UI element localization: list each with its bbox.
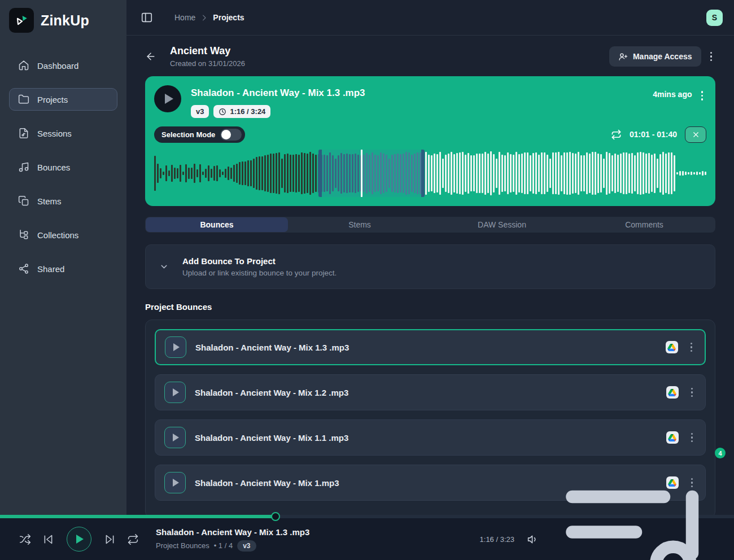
music-note-icon — [18, 161, 29, 173]
play-icon — [173, 479, 179, 487]
breadcrumb-home[interactable]: Home — [174, 13, 195, 22]
google-drive-icon[interactable] — [666, 341, 678, 353]
add-bounce-title: Add Bounce To Project — [182, 256, 337, 266]
row-menu-kebab-icon[interactable] — [687, 339, 696, 356]
row-play-button[interactable] — [165, 336, 186, 358]
selection-handle-right[interactable] — [421, 150, 425, 197]
bottom-player-bar: Shaladon - Ancient Way - Mix 1.3 .mp3 Pr… — [0, 515, 734, 560]
play-icon — [165, 94, 173, 104]
now-playing-context: Project Bounces — [156, 541, 209, 550]
row-play-button[interactable] — [164, 382, 186, 403]
sidebar-item-label: Collections — [37, 230, 78, 240]
row-menu-kebab-icon[interactable] — [688, 430, 697, 446]
duration-badge: 1:16 / 3:24 — [213, 105, 270, 118]
card-menu-kebab-icon[interactable] — [698, 88, 707, 104]
repeat-icon[interactable] — [127, 533, 139, 545]
selection-range-label: 01:01 - 01:40 — [630, 130, 677, 139]
page-title: Ancient Way — [170, 45, 245, 57]
close-icon — [692, 130, 700, 139]
bounce-row-1[interactable]: Shaladon - Ancient Way - Mix 1.3 .mp3 — [155, 329, 706, 365]
stems-copy-icon — [18, 195, 29, 207]
queue-position: • 1 / 4 — [214, 541, 233, 550]
loop-icon[interactable] — [611, 129, 622, 140]
card-play-button[interactable] — [154, 85, 181, 112]
sidebar-item-collections[interactable]: Collections — [9, 224, 117, 246]
sidebar-nav: Dashboard Projects Sessions Bounces Stem… — [9, 54, 117, 280]
selection-mode-toggle[interactable]: Selection Mode — [154, 126, 245, 143]
next-track-icon[interactable] — [104, 533, 116, 545]
tab-stems[interactable]: Stems — [289, 217, 431, 233]
playhead[interactable] — [361, 150, 362, 197]
queue-button[interactable]: 4 — [551, 454, 720, 560]
sidebar-item-label: Stems — [37, 196, 62, 206]
chevron-down-icon[interactable] — [159, 262, 169, 272]
bounce-row-3[interactable]: Shaladon - Ancient Way - Mix 1.1 .mp3 — [155, 419, 706, 456]
breadcrumb-current: Projects — [213, 13, 244, 22]
sidebar-item-shared[interactable]: Shared — [9, 257, 117, 280]
user-plus-icon — [618, 52, 628, 62]
project-title-block: Ancient Way Created on 31/01/2026 — [170, 45, 245, 68]
row-menu-kebab-icon[interactable] — [688, 384, 697, 401]
folder-icon — [18, 94, 29, 105]
row-play-button[interactable] — [164, 427, 186, 448]
home-icon — [18, 60, 29, 71]
add-bounce-text: Add Bounce To Project Upload or link exi… — [182, 256, 337, 277]
project-bounces-heading: Project Bounces — [145, 302, 715, 312]
clear-selection-button[interactable] — [685, 126, 706, 143]
tab-bounces[interactable]: Bounces — [146, 217, 288, 232]
sidebar-item-sessions[interactable]: Sessions — [9, 122, 117, 145]
waveform-selection[interactable] — [318, 150, 425, 197]
add-bounce-subtitle: Upload or link existing bounce to your p… — [182, 269, 337, 277]
toggle-knob — [221, 130, 231, 139]
toggle-switch[interactable] — [220, 129, 242, 141]
bounce-row-2[interactable]: Shaladon - Ancient Way - Mix 1.2 .mp3 — [155, 374, 706, 410]
card-track-title: Shaladon - Ancient Way - Mix 1.3 .mp3 — [191, 88, 365, 99]
topbar: Home Projects S — [126, 0, 734, 36]
now-playing-info: Shaladon - Ancient Way - Mix 1.3 .mp3 Pr… — [156, 527, 309, 552]
queue-count-badge: 4 — [715, 448, 726, 458]
google-drive-icon[interactable] — [666, 431, 679, 444]
play-icon — [173, 388, 179, 396]
app-window: ZinkUp Dashboard Projects Sessions Bounc… — [0, 0, 734, 560]
manage-access-button[interactable]: Manage Access — [609, 46, 701, 67]
bounce-title: Shaladon - Ancient Way - Mix 1.2 .mp3 — [195, 388, 348, 397]
shuffle-icon[interactable] — [19, 533, 31, 545]
row-play-button[interactable] — [164, 472, 186, 493]
sidebar-item-stems[interactable]: Stems — [9, 190, 117, 212]
breadcrumb: Home Projects — [174, 13, 244, 22]
created-date: Created on 31/01/2026 — [170, 59, 245, 68]
bounce-title: Shaladon - Ancient Way - Mix 1.mp3 — [195, 478, 339, 488]
play-icon — [173, 434, 179, 441]
waveform-region[interactable] — [154, 150, 706, 197]
now-playing-version-badge: v3 — [237, 540, 256, 552]
user-avatar[interactable]: S — [706, 10, 723, 26]
tab-comments[interactable]: Comments — [573, 217, 715, 233]
tab-daw-session[interactable]: DAW Session — [431, 217, 573, 233]
previous-track-icon[interactable] — [42, 533, 54, 545]
page-content: Ancient Way Created on 31/01/2026 Manage… — [126, 36, 734, 518]
back-arrow-icon[interactable] — [145, 51, 156, 62]
selection-mode-label: Selection Mode — [161, 130, 215, 139]
card-track-info: Shaladon - Ancient Way - Mix 1.3 .mp3 v3… — [191, 85, 365, 118]
app-logo[interactable]: ZinkUp — [9, 8, 117, 33]
bounce-title: Shaladon - Ancient Way - Mix 1.1 .mp3 — [195, 433, 348, 443]
google-drive-icon[interactable] — [666, 386, 679, 399]
clock-icon — [219, 108, 226, 116]
sidebar-item-dashboard[interactable]: Dashboard — [9, 54, 117, 77]
sidebar-item-label: Shared — [37, 264, 64, 274]
main-area: Home Projects S Ancient Way Created on 3… — [126, 0, 734, 560]
sidebar-item-label: Sessions — [37, 129, 72, 138]
duration-badge-text: 1:16 / 3:24 — [230, 107, 265, 116]
zinkup-logo-icon — [9, 8, 34, 33]
sidebar-item-projects[interactable]: Projects — [9, 88, 117, 111]
sidebar-item-bounces[interactable]: Bounces — [9, 156, 117, 178]
manage-access-label: Manage Access — [633, 52, 692, 61]
add-bounce-panel[interactable]: Add Bounce To Project Upload or link exi… — [145, 244, 715, 289]
player-play-button[interactable] — [67, 527, 91, 552]
selection-handle-left[interactable] — [318, 150, 322, 197]
waveform[interactable] — [154, 150, 706, 197]
app-name: ZinkUp — [41, 12, 89, 29]
project-menu-kebab-icon[interactable] — [707, 49, 716, 65]
sidebar-toggle-icon[interactable] — [141, 11, 153, 24]
volume-icon[interactable] — [527, 533, 539, 545]
